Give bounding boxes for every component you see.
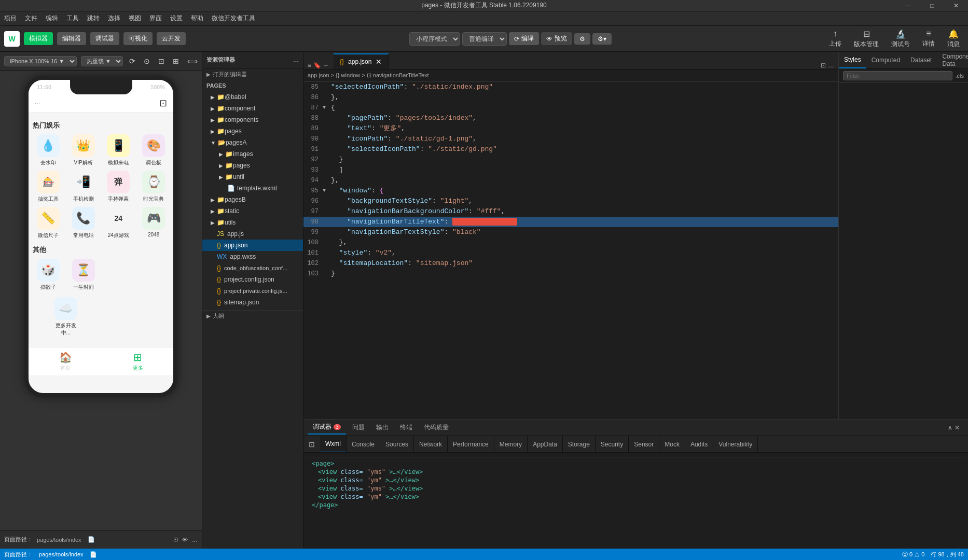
list-item[interactable]: <view class= "ym" >…</view> [306, 493, 966, 501]
list-item[interactable]: ▶ 📁 utils [202, 217, 303, 228]
list-item[interactable]: ▶ 📁 images [202, 148, 303, 160]
capture-btn[interactable]: ⊡ [156, 56, 167, 66]
list-item[interactable]: {} code_obfuscation_conf... [202, 262, 303, 274]
list-item[interactable]: 弹 手持弹幕 [103, 171, 134, 203]
list-item[interactable]: ▶ 📁 components [202, 114, 303, 125]
tab-terminal[interactable]: 终端 [395, 421, 418, 435]
maximize-button[interactable]: □ [920, 0, 944, 11]
list-item[interactable]: ▶ 📁 static [202, 205, 303, 217]
list-item[interactable]: <view class= "ym" >…</view> [306, 476, 966, 484]
fold-icon[interactable]: ▼ [322, 103, 326, 113]
preview-btn[interactable]: 👁 预览 [541, 32, 572, 45]
tab-output[interactable]: 输出 [371, 421, 394, 435]
list-item[interactable]: <view class= "yms" >…</view> [306, 468, 966, 476]
editor-more-icon[interactable]: … [828, 62, 834, 69]
tab-styles[interactable]: Styles [839, 52, 866, 68]
tab-component-data[interactable]: Component Data [937, 52, 968, 68]
list-item[interactable]: <view class= "yms" >…</view> [306, 484, 966, 493]
list-item[interactable]: <page> [306, 459, 966, 468]
refresh-btn[interactable]: ⟳ [127, 56, 137, 66]
tab-security[interactable]: Security [596, 436, 629, 453]
list-item[interactable]: ▶ 📁 pages [202, 160, 303, 171]
cloud-btn[interactable]: 云开发 [157, 32, 186, 45]
compile-btn[interactable]: ⟳ 编译 [509, 32, 539, 45]
list-item[interactable]: ▶ 📁 pages [202, 125, 303, 137]
list-item[interactable]: ▶ 📁 component [202, 103, 303, 114]
menu-item-interface[interactable]: 界面 [149, 14, 162, 23]
tab-console[interactable]: Console [347, 436, 380, 453]
tree-more-icon[interactable]: … [293, 57, 299, 63]
tab-sensor[interactable]: Sensor [629, 436, 659, 453]
list-item[interactable]: ▼ 📂 pagesA [202, 137, 303, 148]
tab-performance[interactable]: Performance [448, 436, 494, 453]
tab-close-btn[interactable]: ✕ [376, 58, 382, 66]
split-icon[interactable]: ⊡ [821, 62, 826, 69]
list-item[interactable]: {} project.config.json [202, 274, 303, 285]
bookmark-icon[interactable]: 🔖 [313, 62, 321, 69]
menu-item-goto[interactable]: 跳转 [87, 14, 100, 23]
tab-more[interactable]: ⊞ 更多 [133, 351, 143, 372]
hot-reload-select[interactable]: 热重载 ▼ [81, 56, 123, 66]
close-panel-icon[interactable]: ✕ [955, 424, 960, 431]
list-item[interactable]: </page> [306, 501, 966, 509]
list-item[interactable]: 🎮 2048 [138, 207, 169, 239]
tab-appdata[interactable]: AppData [528, 436, 563, 453]
config-btn[interactable]: ⚙▾ [592, 33, 612, 45]
upload-btn[interactable]: ↑ 上传 [825, 27, 846, 50]
list-item[interactable]: 📄 template.wxml [202, 183, 303, 194]
simulator-btn[interactable]: 模拟器 [24, 32, 53, 45]
tab-computed[interactable]: Computed [866, 52, 905, 68]
list-item[interactable]: {} project.private.config.js... [202, 285, 303, 297]
outline-section[interactable]: ▶ 大纲 [202, 310, 303, 321]
list-item[interactable]: 💧 去水印 [33, 134, 64, 166]
list-item[interactable]: 📲 手机检测 [68, 171, 99, 203]
list-item[interactable]: JS app.js [202, 228, 303, 240]
list-item[interactable]: {} app.json [202, 240, 303, 251]
menu-item-file[interactable]: 文件 [25, 14, 37, 23]
tab-sources[interactable]: Sources [380, 436, 414, 453]
menu-item-help[interactable]: 帮助 [191, 14, 203, 23]
minimize-button[interactable]: ─ [896, 0, 920, 11]
filter-input[interactable] [843, 71, 952, 80]
tab-network[interactable]: Network [414, 436, 448, 453]
list-item[interactable]: 📱 模拟来电 [103, 134, 134, 166]
tab-dataset[interactable]: Dataset [905, 52, 937, 68]
layout-btn[interactable]: ⟺ [185, 56, 200, 66]
menu-item-settings[interactable]: 设置 [170, 14, 183, 23]
tab-quality[interactable]: 代码质量 [419, 421, 454, 435]
list-item[interactable]: ▶ 📁 @babel [202, 91, 303, 103]
back-icon[interactable]: ← [323, 62, 329, 69]
editor-btn[interactable]: 编辑器 [57, 32, 86, 45]
list-item[interactable]: ⏳ 一生时间 [68, 259, 99, 291]
tab-mock[interactable]: Mock [659, 436, 685, 453]
list-item[interactable]: 🎨 调色板 [138, 134, 169, 166]
device-select[interactable]: iPhone X 100% 16 ▼ [4, 56, 77, 66]
list-item[interactable]: 🎰 抽奖工具 [33, 171, 64, 203]
tab-issues[interactable]: 问题 [347, 421, 370, 435]
list-item[interactable]: 24 24点游戏 [103, 207, 134, 239]
fold-icon2[interactable]: ▼ [322, 186, 326, 196]
list-item[interactable]: ⌚ 时光宝典 [138, 171, 169, 203]
list-item[interactable]: 📞 常用电话 [68, 207, 99, 239]
menu-item-project[interactable]: 项目 [4, 14, 17, 23]
tab-wxml[interactable]: Wxml [320, 436, 347, 453]
open-editors-section[interactable]: ▶ 打开的编辑器 [202, 68, 303, 80]
close-button[interactable]: ✕ [944, 0, 968, 11]
list-item[interactable]: WX app.wxss [202, 251, 303, 262]
tab-debugger[interactable]: 调试器 3 [308, 421, 346, 435]
tab-vulnerability[interactable]: Vulnerability [713, 436, 758, 453]
menu-item-view[interactable]: 视图 [129, 14, 141, 23]
settings-icon-btn[interactable]: ⚙ [574, 33, 590, 45]
list-item[interactable]: {} sitemap.json [202, 297, 303, 308]
visual-btn[interactable]: 可视化 [123, 32, 153, 45]
tab-home[interactable]: 🏠 首页 [59, 351, 72, 372]
home-btn[interactable]: ⊙ [142, 56, 152, 66]
list-item[interactable]: 📏 微信尺子 [33, 207, 64, 239]
expand-icon[interactable]: ≡ [308, 62, 311, 69]
chevron-up-icon[interactable]: ∧ [948, 424, 952, 431]
menu-item-select[interactable]: 选择 [108, 14, 120, 23]
compile-select[interactable]: 普通编译 [462, 32, 507, 46]
list-item[interactable]: ☁️ 更多开发中... [33, 297, 99, 337]
tab-audits[interactable]: Audits [685, 436, 713, 453]
list-item[interactable]: ▶ 📁 until [202, 171, 303, 183]
